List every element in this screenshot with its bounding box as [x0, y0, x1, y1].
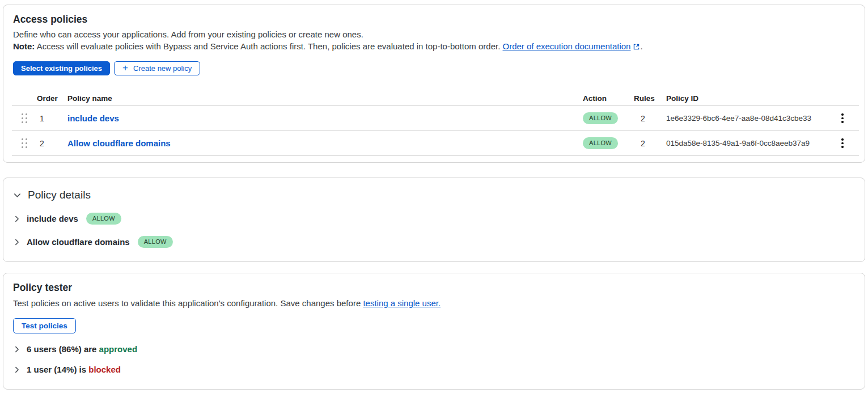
action-badge: ALLOW	[583, 112, 618, 124]
tester-result-blocked[interactable]: 1 user (14%) is blocked	[13, 365, 865, 374]
note-label: Note:	[13, 41, 35, 51]
note-suffix: .	[640, 41, 642, 51]
policy-detail-item[interactable]: Allow cloudflare domains ALLOW	[13, 236, 865, 248]
policy-tester-title: Policy tester	[13, 282, 865, 294]
policy-details-toggle[interactable]: Policy details	[13, 189, 865, 201]
policy-detail-name: Allow cloudflare domains	[27, 237, 130, 247]
result-text: 6 users (86%) are approved	[27, 344, 137, 354]
test-single-user-link[interactable]: testing a single user.	[363, 298, 441, 308]
col-policy-id: Policy ID	[666, 94, 831, 103]
result-prefix: 6 users (86%) are	[27, 344, 99, 354]
test-policies-button[interactable]: Test policies	[13, 318, 76, 333]
policies-table-header: Order Policy name Action Rules Policy ID	[12, 91, 859, 106]
status-blocked-text: blocked	[88, 365, 121, 374]
status-approved-text: approved	[99, 344, 138, 354]
table-row: 2 Allow cloudflare domains ALLOW 2 015da…	[12, 131, 859, 156]
result-prefix: 1 user (14%) is	[27, 365, 88, 374]
access-policies-description: Define who can access your applications.…	[13, 29, 865, 39]
drag-handle-icon[interactable]	[22, 138, 27, 148]
access-policies-title: Access policies	[13, 14, 865, 26]
col-policy-name: Policy name	[67, 94, 583, 103]
policy-name-link[interactable]: Allow cloudflare domains	[67, 138, 171, 148]
action-badge: ALLOW	[86, 213, 121, 225]
select-existing-policies-button[interactable]: Select existing policies	[13, 61, 110, 75]
col-order: Order	[37, 94, 67, 103]
row-policy-id: 1e6e3329-6bc6-4ee7-aa8e-08d41c3cbe33	[666, 114, 831, 122]
col-action: Action	[583, 94, 632, 103]
policy-details-title: Policy details	[28, 189, 91, 201]
result-text: 1 user (14%) is blocked	[27, 365, 121, 374]
row-rules: 2	[632, 139, 666, 148]
kebab-menu-icon[interactable]	[836, 111, 849, 125]
policy-tester-description-text: Test policies on active users to validat…	[13, 298, 363, 308]
create-new-policy-label: Create new policy	[133, 64, 192, 73]
action-badge: ALLOW	[138, 236, 173, 248]
access-policies-note: Note: Access will evaluate policies with…	[13, 41, 865, 52]
policy-name-link[interactable]: include devs	[67, 113, 119, 123]
external-link-icon	[633, 43, 640, 52]
kebab-menu-icon[interactable]	[836, 136, 849, 150]
order-of-execution-link[interactable]: Order of execution documentation	[502, 41, 630, 51]
access-policies-panel: Access policies Define who can access yo…	[3, 5, 865, 163]
note-text: Access will evaluate policies with Bypas…	[35, 41, 502, 51]
policy-details-panel: Policy details include devs ALLOW Allow …	[3, 178, 865, 262]
row-rules: 2	[632, 114, 666, 123]
chevron-down-icon	[13, 191, 22, 200]
policy-detail-name: include devs	[27, 214, 78, 223]
drag-handle-icon[interactable]	[22, 113, 27, 123]
policies-table: Order Policy name Action Rules Policy ID…	[12, 91, 859, 156]
policy-buttons-row: Select existing policies +Create new pol…	[13, 61, 865, 75]
create-new-policy-button[interactable]: +Create new policy	[114, 61, 200, 75]
action-badge: ALLOW	[583, 137, 618, 149]
row-order: 2	[37, 139, 67, 148]
chevron-right-icon	[13, 215, 21, 223]
plus-icon: +	[122, 63, 128, 73]
row-order: 1	[37, 114, 67, 123]
col-rules: Rules	[632, 94, 666, 103]
chevron-right-icon	[13, 345, 21, 353]
table-row: 1 include devs ALLOW 2 1e6e3329-6bc6-4ee…	[12, 106, 859, 131]
chevron-right-icon	[13, 238, 21, 246]
row-policy-id: 015da58e-8135-49a1-9a6f-0cc8aeeb37a9	[666, 139, 831, 147]
policy-detail-item[interactable]: include devs ALLOW	[13, 213, 865, 225]
policy-tester-description: Test policies on active users to validat…	[13, 298, 865, 308]
chevron-right-icon	[13, 366, 21, 374]
tester-result-approved[interactable]: 6 users (86%) are approved	[13, 344, 865, 354]
policy-tester-panel: Policy tester Test policies on active us…	[3, 273, 865, 390]
